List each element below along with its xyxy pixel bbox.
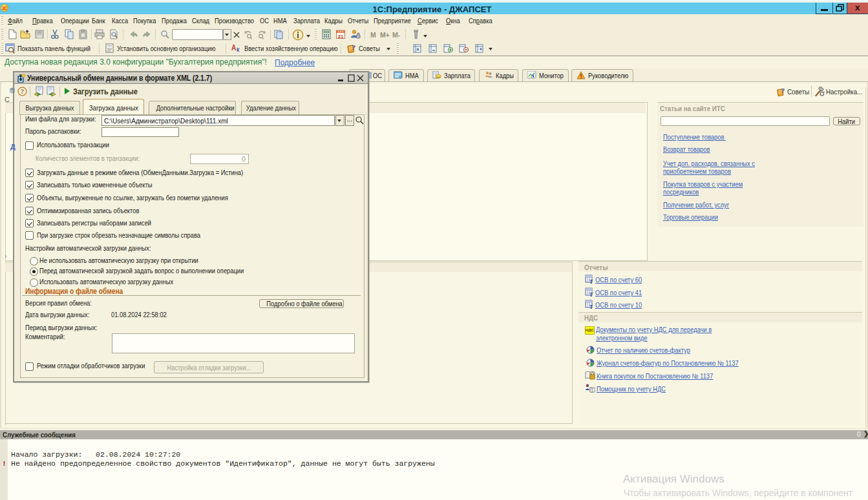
svg-text:Т: Т [589,279,593,284]
svg-text:?: ? [352,43,356,51]
svg-text:Т: Т [589,292,593,297]
svg-text:Т: Т [589,304,593,309]
svg-text:?: ? [781,87,785,94]
svg-text:31: 31 [338,34,344,39]
svg-text:?: ? [21,88,24,95]
